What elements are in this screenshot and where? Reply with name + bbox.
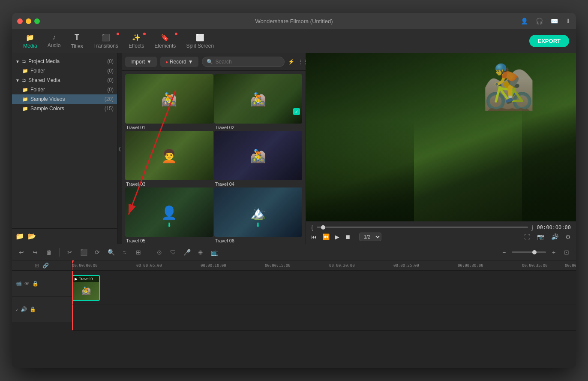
play-clip-icon: ▶	[75, 277, 78, 281]
audio-track[interactable]	[72, 305, 576, 331]
audio-lock-icon[interactable]: 🔒	[30, 306, 36, 312]
lock-icon[interactable]: 🔒	[32, 281, 39, 287]
new-folder-button[interactable]: 📁	[15, 232, 24, 240]
bracket-left-icon[interactable]: {	[311, 224, 313, 231]
panel-divider[interactable]	[117, 53, 122, 244]
scrubber-track[interactable]	[317, 227, 528, 228]
tree-item-sample-colors[interactable]: 📁 Sample Colors (15)	[12, 104, 117, 113]
import-folder-button[interactable]: 📂	[27, 232, 36, 240]
audio-volume-icon[interactable]: 🔊	[21, 306, 27, 312]
search-input[interactable]	[216, 59, 280, 65]
timeline-ruler[interactable]: 00:00:00:00 00:00:05:00 00:00:10:00 00:0…	[72, 260, 576, 271]
fit-button[interactable]: ⊡	[561, 247, 572, 257]
ruler-mark-6: 00:00:30:00	[458, 263, 483, 268]
redo-button[interactable]: ↪	[30, 247, 40, 257]
tab-split-screen[interactable]: ⬜ Split Screen	[182, 31, 218, 51]
tab-titles[interactable]: T Titles	[66, 30, 87, 52]
account-icon[interactable]: 👤	[521, 18, 528, 24]
video-track[interactable]: ▶ Travel 0 🚵	[72, 271, 576, 305]
overlay-button[interactable]: ⊕	[195, 247, 206, 257]
close-button[interactable]	[17, 18, 23, 24]
media-item-travel01[interactable]: Travel 01	[125, 74, 213, 130]
media-toolbar: Import ▼ ● Record ▼ 🔍 ⚡ ⋮⋮	[122, 53, 306, 71]
audio-stretch-button[interactable]: ≈	[120, 247, 130, 257]
elements-icon: 🔖	[161, 33, 169, 42]
zoom-handle[interactable]	[532, 250, 537, 254]
tab-transitions[interactable]: ⬛ Transitions	[89, 31, 123, 51]
mic-button[interactable]: 🎤	[182, 247, 192, 257]
download-icon[interactable]: ⬇	[566, 18, 571, 24]
mail-icon[interactable]: ✉️	[551, 18, 558, 24]
zoom-in-button[interactable]: +	[549, 247, 559, 257]
filter-icon[interactable]: ⚡	[288, 59, 294, 65]
import-label: Import	[130, 59, 145, 65]
screen-record-button[interactable]: 📺	[209, 247, 219, 257]
shield-button[interactable]: 🛡	[168, 247, 178, 257]
import-button[interactable]: Import ▼	[125, 57, 157, 67]
tree-item-folder-2[interactable]: 📁 Folder (0)	[12, 85, 117, 94]
bracket-right-icon[interactable]: }	[531, 224, 534, 231]
ruler-label-6: 00:00:30:00	[458, 263, 483, 268]
maximize-button[interactable]	[34, 18, 40, 24]
frame-back-button[interactable]: ⏪	[322, 233, 330, 240]
zoom-button[interactable]: 🔍	[106, 247, 116, 257]
thumb-bg-03	[125, 131, 213, 180]
timeline-toolbar: ↩ ↪ 🗑 ✂ ⬛ ⟳ 🔍 ≈ ⊞ ⊙ 🛡 🎤 ⊕ 📺 − + ⊡	[12, 244, 576, 260]
video-clip-header: ▶ Travel 0	[73, 276, 99, 282]
headphone-icon[interactable]: 🎧	[536, 18, 543, 24]
video-clip-travel[interactable]: ▶ Travel 0 🚵	[72, 275, 100, 301]
playhead[interactable]	[72, 260, 72, 270]
preview-video: 🚵	[306, 53, 576, 221]
undo-button[interactable]: ↩	[16, 247, 27, 257]
traffic-lights	[17, 18, 40, 24]
record-button[interactable]: ● Record ▼	[160, 57, 198, 67]
snap-button[interactable]: ⊙	[154, 247, 165, 257]
stop-button[interactable]: ⏹	[345, 233, 351, 240]
step-back-button[interactable]: ⏮	[311, 233, 317, 240]
delete-button[interactable]: 🗑	[44, 247, 54, 257]
eye-icon[interactable]: 👁	[24, 281, 30, 287]
track-headers: ⊞ 🔗 📹 👁 🔒	[12, 260, 72, 368]
audio-track-header: ♪ 🔊 🔒	[12, 296, 72, 322]
volume-icon[interactable]: 🔊	[551, 233, 558, 240]
media-item-travel03[interactable]: Travel 03	[125, 131, 213, 187]
minimize-button[interactable]	[26, 18, 31, 24]
transitions-icon: ⬛	[102, 33, 110, 42]
scrubber-handle[interactable]	[321, 225, 325, 230]
app-title: Wondershare Filmora (Untitled)	[255, 18, 333, 24]
tab-media[interactable]: 📁 Media	[19, 31, 42, 51]
tab-elements[interactable]: 🔖 Elements	[150, 31, 180, 51]
download-indicator-06: ⬇	[255, 221, 261, 228]
import-chevron-icon: ▼	[147, 59, 152, 65]
speed-button[interactable]: ⟳	[92, 247, 102, 257]
settings-icon[interactable]: ⚙	[565, 233, 571, 240]
quality-select[interactable]: 1/2 1/4 Full	[359, 233, 381, 241]
cut-button[interactable]: ✂	[65, 247, 75, 257]
media-item-travel05[interactable]: ⬇ Travel 05	[125, 187, 213, 243]
tree-item-project-media[interactable]: ▼ 🗂 Project Media (0)	[12, 57, 117, 66]
crop-button[interactable]: ⬛	[78, 247, 89, 257]
export-button[interactable]: EXPORT	[529, 35, 569, 47]
tree-item-sample-videos[interactable]: 📁 Sample Videos (20)	[12, 94, 117, 104]
zoom-slider[interactable]	[512, 251, 546, 253]
tab-audio[interactable]: ♪ Audio	[43, 31, 65, 51]
snapshot-icon[interactable]: 📷	[537, 233, 544, 240]
add-video-track-icon[interactable]: ⊞	[35, 263, 39, 269]
transition-button[interactable]: ⊞	[133, 247, 144, 257]
media-panel: Import ▼ ● Record ▼ 🔍 ⚡ ⋮⋮	[122, 53, 306, 244]
zoom-out-button[interactable]: −	[499, 247, 509, 257]
media-item-travel04[interactable]: Travel 04	[214, 131, 303, 187]
quality-selector: 1/2 1/4 Full	[359, 233, 381, 241]
link-icon[interactable]: 🔗	[42, 263, 49, 269]
media-label-travel02: Travel 02	[214, 125, 303, 130]
preview-scrubber: { } 00:00:00:00	[311, 224, 571, 231]
fullscreen-icon[interactable]: ⛶	[524, 233, 530, 240]
media-item-travel02[interactable]: ✓ Travel 02	[214, 74, 303, 130]
media-thumb-travel04	[214, 131, 303, 180]
play-button[interactable]: ▶	[335, 233, 339, 240]
ruler-label-3: 00:00:15:00	[265, 263, 291, 268]
tab-effects[interactable]: ✨ Effects	[124, 31, 148, 51]
tree-item-shared-media[interactable]: ▼ 🗂 Shared Media (0)	[12, 76, 117, 85]
tree-item-folder-1[interactable]: 📁 Folder (0)	[12, 66, 117, 76]
media-item-travel06[interactable]: ⬇ Travel 06	[214, 187, 303, 243]
